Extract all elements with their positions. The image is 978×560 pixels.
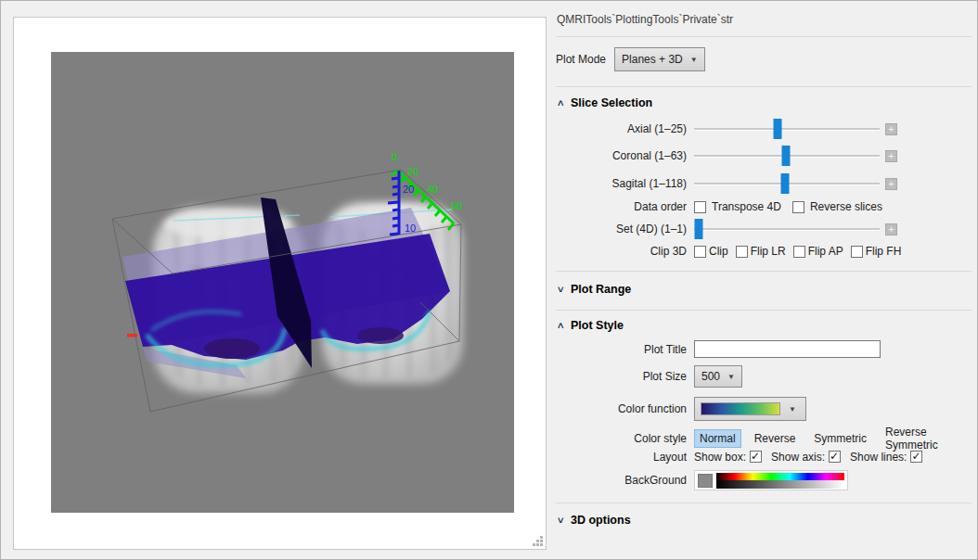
transpose-4d-checkbox[interactable] — [694, 201, 706, 213]
show-box-label: Show box: — [694, 451, 746, 464]
data-order-label: Data order — [556, 200, 687, 213]
svg-text:10: 10 — [405, 223, 416, 234]
color-function-label: Color function — [556, 402, 687, 415]
collapse-chevron-icon[interactable]: ˄ — [558, 97, 569, 108]
flip-lr-label: Flip LR — [751, 245, 786, 258]
show-lines-checkbox[interactable] — [910, 451, 922, 463]
background-color-picker[interactable] — [694, 470, 848, 490]
plot-size-label: Plot Size — [556, 370, 687, 383]
expand-chevron-icon[interactable]: ˅ — [558, 284, 569, 295]
plot-title-input[interactable] — [694, 340, 881, 358]
section-3d-options[interactable]: ˅ 3D options — [558, 514, 631, 527]
divider — [556, 36, 972, 37]
color-style-symmetric[interactable]: Symmetric — [808, 429, 872, 448]
slice-dark-patch-right — [357, 327, 404, 344]
plus-icon: + — [888, 150, 894, 161]
svg-text:0: 0 — [392, 151, 397, 162]
plot-title-label: Plot Title — [556, 343, 687, 356]
clip-3d-row: Clip 3D Clip Flip LR Flip AP Flip FH — [556, 244, 908, 259]
grayscale-slider[interactable] — [716, 480, 844, 489]
plot-mode-value: Planes + 3D — [622, 53, 683, 66]
expand-chevron-icon[interactable]: ˅ — [558, 515, 569, 526]
red-axis-tick — [127, 334, 137, 337]
resize-grip-icon[interactable] — [532, 535, 543, 546]
section-plot-style[interactable]: ˄ Plot Style — [558, 319, 624, 332]
slider-expand-button[interactable]: + — [885, 123, 897, 135]
section-title: 3D options — [571, 514, 631, 527]
slider-thumb[interactable] — [782, 146, 791, 166]
svg-text:60: 60 — [451, 200, 462, 211]
axial-slider[interactable] — [694, 119, 880, 139]
show-lines-label: Show lines: — [850, 451, 907, 464]
slider-expand-button[interactable]: + — [885, 223, 897, 235]
color-function-dropdown[interactable]: ▼ — [694, 397, 806, 421]
background-label: BackGround — [556, 474, 687, 487]
coronal-slider-label: Coronal (1–63) — [556, 149, 687, 162]
slider-track[interactable] — [694, 228, 880, 231]
coronal-slider[interactable] — [694, 146, 880, 166]
section-title: Plot Range — [571, 283, 631, 296]
section-plot-range[interactable]: ˅ Plot Range — [558, 283, 631, 296]
flip-fh-checkbox[interactable] — [851, 246, 863, 258]
control-panel: QMRITools`PlottingTools`Private`str Plot… — [556, 1, 973, 560]
plus-icon: + — [888, 178, 894, 189]
color-style-normal[interactable]: Normal — [694, 429, 741, 448]
flip-lr-checkbox[interactable] — [736, 246, 748, 258]
clip-3d-label: Clip 3D — [556, 245, 687, 258]
hue-slider[interactable] — [716, 473, 844, 481]
plot-panel: 0 20 40 60 20 10 — [13, 17, 547, 550]
plot-title-row: Plot Title — [556, 340, 881, 358]
plot-mode-row: Plot Mode Planes + 3D ▼ — [556, 47, 705, 71]
clip-checkbox[interactable] — [694, 246, 706, 258]
plot-3d-canvas[interactable]: 0 20 40 60 20 10 — [51, 52, 514, 513]
sagital-slider[interactable] — [694, 173, 880, 194]
show-box-checkbox[interactable] — [750, 451, 762, 463]
clip-label: Clip — [709, 245, 728, 258]
slider-expand-button[interactable]: + — [885, 150, 897, 162]
slice-dark-patch-left — [204, 338, 260, 359]
plus-icon: + — [888, 223, 894, 235]
section-slice-selection[interactable]: ˄ Slice Selection — [558, 96, 652, 109]
section-title: Plot Style — [571, 319, 624, 332]
panel-title: QMRITools`PlottingTools`Private`str — [557, 13, 733, 26]
layout-row: Layout Show box: Show axis: Show lines: — [556, 450, 922, 464]
color-function-row: Color function ▼ — [556, 397, 806, 421]
slider-thumb[interactable] — [774, 119, 782, 139]
show-axis-checkbox[interactable] — [829, 451, 841, 463]
reverse-slices-checkbox[interactable] — [792, 201, 804, 213]
slider-row-axial: Axial (1–25) + — [556, 119, 897, 139]
set-4d-slider[interactable] — [694, 219, 880, 239]
section-title: Slice Selection — [571, 96, 652, 109]
flip-ap-checkbox[interactable] — [793, 246, 805, 258]
flip-fh-label: Flip FH — [866, 245, 902, 258]
slider-row-sagital: Sagital (1–118) + — [556, 173, 897, 194]
set-4d-label: Set (4D) (1–1) — [556, 223, 687, 235]
color-gradient-swatch — [701, 402, 780, 415]
plot-size-value: 500 — [701, 370, 720, 383]
plot-size-row: Plot Size 500 ▼ — [556, 365, 742, 388]
chevron-down-icon: ▼ — [789, 405, 796, 414]
divider — [556, 271, 972, 272]
reverse-slices-label: Reverse slices — [810, 200, 882, 213]
app-window: 0 20 40 60 20 10 — [0, 0, 978, 560]
svg-text:20: 20 — [407, 166, 418, 177]
slider-track[interactable] — [694, 128, 880, 131]
svg-text:20: 20 — [403, 184, 414, 195]
color-style-reverse[interactable]: Reverse — [749, 429, 802, 448]
data-order-row: Data order Transpose 4D Reverse slices — [556, 199, 894, 214]
layout-label: Layout — [556, 451, 687, 464]
slider-thumb[interactable] — [781, 173, 790, 194]
slider-thumb[interactable] — [695, 219, 703, 239]
background-color-swatch[interactable] — [698, 474, 713, 488]
divider — [556, 503, 972, 503]
collapse-chevron-icon[interactable]: ˄ — [558, 320, 569, 331]
plus-icon: + — [888, 123, 894, 134]
divider — [556, 310, 972, 311]
plot-size-dropdown[interactable]: 500 ▼ — [694, 365, 742, 388]
sagital-slider-label: Sagital (1–118) — [556, 177, 687, 190]
slider-expand-button[interactable]: + — [885, 178, 897, 190]
plot-mode-label: Plot Mode — [556, 53, 606, 66]
axial-slider-label: Axial (1–25) — [556, 122, 687, 135]
transpose-4d-label: Transpose 4D — [712, 200, 781, 213]
plot-mode-dropdown[interactable]: Planes + 3D ▼ — [614, 47, 705, 71]
